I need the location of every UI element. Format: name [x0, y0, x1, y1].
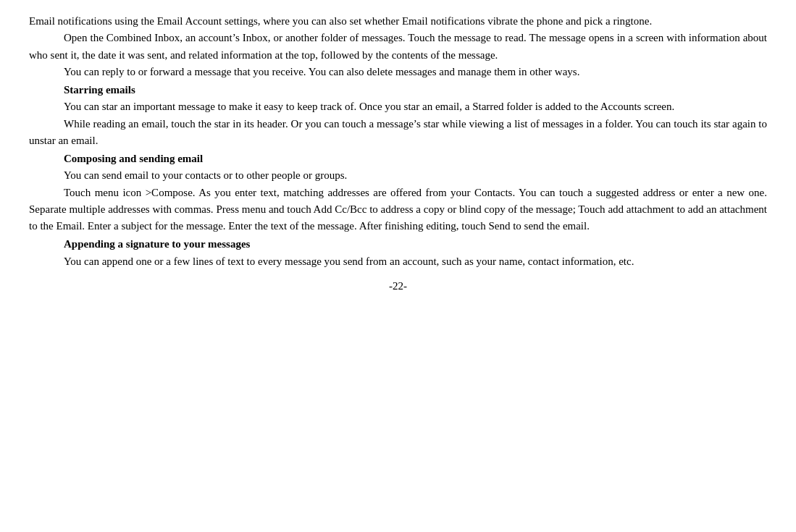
p6: You can send email to your contacts or t… [29, 167, 767, 184]
section-heading: Composing and sending email [29, 151, 767, 167]
section-heading: Appending a signature to your messages [29, 236, 767, 253]
p1: Email notifications using the Email Acco… [29, 13, 767, 30]
p3: You can reply to or forward a message th… [29, 64, 767, 80]
p5: While reading an email, touch the star i… [29, 116, 767, 150]
page-number: -22- [29, 280, 767, 292]
p7: Touch menu icon >Compose. As you enter t… [29, 185, 767, 235]
section-heading: Starring emails [29, 82, 767, 98]
p2: Open the Combined Inbox, an account’s In… [29, 30, 767, 64]
p8: You can append one or a few lines of tex… [29, 253, 767, 270]
page-content: Email notifications using the Email Acco… [29, 13, 767, 270]
p4: You can star an important message to mak… [29, 98, 767, 115]
